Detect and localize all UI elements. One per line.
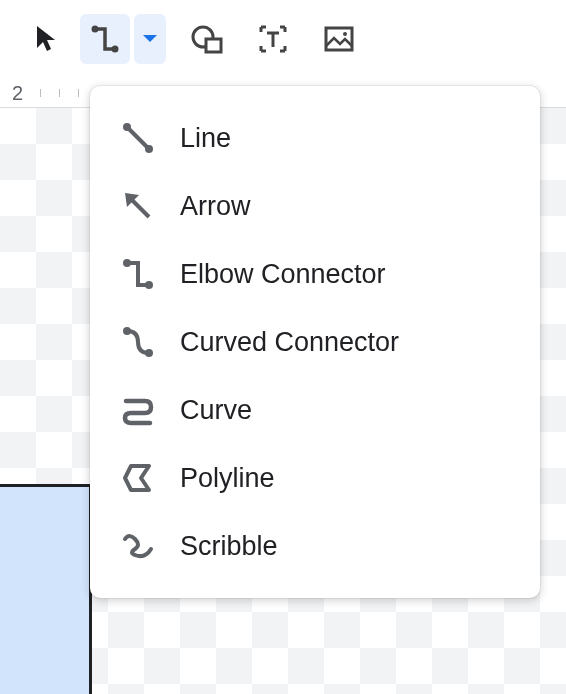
line-dropdown-menu: Line Arrow Elbow Connector [90,86,540,598]
svg-point-1 [112,46,119,53]
elbow-connector-icon [120,256,156,292]
curved-connector-icon [120,324,156,360]
svg-line-7 [127,127,149,149]
shape-icon [191,24,223,54]
image-button[interactable] [314,14,364,64]
ruler-label: 2 [12,82,23,105]
svg-point-11 [145,281,153,289]
svg-point-8 [145,145,153,153]
svg-rect-4 [326,28,352,50]
toolbar [0,0,566,78]
menu-item-arrow[interactable]: Arrow [90,172,540,240]
menu-item-label: Polyline [180,463,275,494]
polyline-icon [120,460,156,496]
select-tool-button[interactable] [22,14,72,64]
svg-rect-3 [206,39,221,52]
text-box-button[interactable] [248,14,298,64]
arrow-icon [120,188,156,224]
menu-item-scribble[interactable]: Scribble [90,512,540,580]
menu-item-elbow-connector[interactable]: Elbow Connector [90,240,540,308]
scribble-icon [120,528,156,564]
menu-item-curve[interactable]: Curve [90,376,540,444]
menu-item-curved-connector[interactable]: Curved Connector [90,308,540,376]
line-tool-dropdown-button[interactable] [134,14,166,64]
menu-item-label: Elbow Connector [180,259,386,290]
menu-item-label: Curve [180,395,252,426]
svg-point-5 [343,32,347,36]
menu-item-polyline[interactable]: Polyline [90,444,540,512]
svg-point-13 [145,349,153,357]
menu-item-line[interactable]: Line [90,104,540,172]
image-icon [324,26,354,52]
elbow-connector-icon [90,24,120,54]
menu-item-label: Curved Connector [180,327,399,358]
caret-down-icon [142,34,158,44]
cursor-icon [34,24,60,54]
menu-item-label: Scribble [180,531,278,562]
menu-item-label: Line [180,123,231,154]
curve-icon [120,392,156,428]
text-box-icon [258,24,288,54]
shape-tool-button[interactable] [182,14,232,64]
line-tool-button[interactable] [80,14,130,64]
menu-item-label: Arrow [180,191,251,222]
line-icon [120,120,156,156]
shape-rectangle[interactable] [0,484,92,694]
